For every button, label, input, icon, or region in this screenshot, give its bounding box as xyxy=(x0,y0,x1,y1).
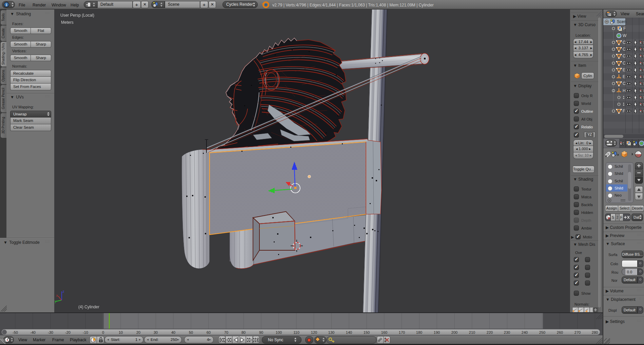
svg-text:C: C xyxy=(623,61,626,66)
svg-text:110: 110 xyxy=(293,330,299,334)
svg-text:240: 240 xyxy=(522,330,528,334)
svg-text:50: 50 xyxy=(189,330,193,334)
svg-text:200: 200 xyxy=(451,330,457,334)
svg-text:170: 170 xyxy=(399,330,405,334)
svg-text:i: i xyxy=(6,3,7,7)
svg-text:C: C xyxy=(623,40,626,45)
svg-text:230: 230 xyxy=(504,330,510,334)
svg-text:210: 210 xyxy=(469,330,475,334)
svg-text:-20: -20 xyxy=(65,330,71,334)
svg-text:120: 120 xyxy=(311,330,317,334)
svg-text:80: 80 xyxy=(241,330,246,334)
svg-text:220: 220 xyxy=(487,330,493,334)
svg-text:-10: -10 xyxy=(83,330,88,334)
svg-text:z: z xyxy=(62,289,64,293)
svg-text:Meters: Meters xyxy=(61,20,74,25)
svg-text:0: 0 xyxy=(102,330,104,334)
svg-text:User Persp (Local): User Persp (Local) xyxy=(60,13,94,18)
svg-text:160: 160 xyxy=(381,330,387,334)
svg-text:-50: -50 xyxy=(13,330,18,334)
svg-text:Shading / UVs: Shading / UVs xyxy=(1,43,5,65)
svg-text:250: 250 xyxy=(539,330,545,334)
svg-text:30: 30 xyxy=(154,330,158,334)
svg-text:10: 10 xyxy=(119,330,123,334)
svg-text:W: W xyxy=(623,33,627,38)
svg-text:90: 90 xyxy=(259,330,263,334)
svg-text:3D Printing: 3D Printing xyxy=(1,117,5,133)
svg-text:-40: -40 xyxy=(30,330,36,334)
svg-text:C: C xyxy=(623,47,626,52)
svg-text:270: 270 xyxy=(574,330,581,334)
svg-text:C: C xyxy=(623,81,626,86)
svg-text:100: 100 xyxy=(276,330,282,334)
svg-text:Scen: Scen xyxy=(617,19,626,24)
svg-text:-30: -30 xyxy=(48,330,53,334)
svg-text:Create: Create xyxy=(1,28,5,38)
svg-text:20: 20 xyxy=(136,330,140,334)
svg-text:260: 260 xyxy=(557,330,563,334)
svg-text:C: C xyxy=(623,54,626,58)
svg-text:E: E xyxy=(623,68,625,72)
svg-text:40: 40 xyxy=(171,330,175,334)
svg-text:H: H xyxy=(623,88,626,93)
svg-text:70: 70 xyxy=(224,330,228,334)
svg-text:F: F xyxy=(623,26,626,31)
svg-text:Options: Options xyxy=(1,70,5,81)
svg-text:150: 150 xyxy=(364,330,370,334)
svg-text:180: 180 xyxy=(416,330,422,334)
svg-text:130: 130 xyxy=(328,330,334,334)
svg-text:y: y xyxy=(55,299,57,303)
svg-text:280: 280 xyxy=(592,330,598,334)
svg-text:E: E xyxy=(623,74,625,79)
svg-text:Tools: Tools xyxy=(1,13,5,21)
svg-text:Grease Pencil: Grease Pencil xyxy=(1,88,5,109)
svg-text:190: 190 xyxy=(434,330,440,334)
svg-text:(4) Cylinder: (4) Cylinder xyxy=(78,305,99,309)
svg-text:F: F xyxy=(623,109,625,113)
svg-text:x: x xyxy=(56,293,58,297)
svg-text:60: 60 xyxy=(207,330,211,334)
svg-text:140: 140 xyxy=(346,330,352,334)
